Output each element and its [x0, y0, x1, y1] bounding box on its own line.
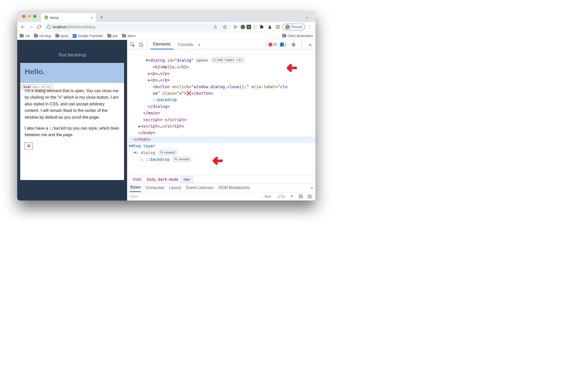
folder-icon	[34, 34, 38, 38]
extension-icon[interactable]: n	[247, 25, 251, 29]
filter-input[interactable]: Filter	[130, 193, 175, 200]
crumb-item[interactable]: nav	[181, 176, 193, 183]
tab-title: dialog	[50, 16, 59, 20]
tab-event-listeners[interactable]: Event Listeners	[186, 186, 213, 190]
reload-button[interactable]	[36, 24, 42, 30]
tab-dom-breakpoints[interactable]: DOM Breakpoints	[219, 186, 250, 190]
back-button[interactable]	[20, 24, 26, 30]
hov-button[interactable]: :hov	[262, 194, 273, 199]
folder-icon	[107, 34, 111, 38]
dialog-paragraph: I also have a ::backdrop you can style, …	[25, 125, 119, 138]
dialog-close-button[interactable]: ✕	[25, 142, 33, 150]
bookmark-folder[interactable]: cdt	[20, 34, 29, 38]
browser-window: dialog × + localhost:8080/demo/dialog n	[17, 11, 315, 200]
forward-button[interactable]	[28, 24, 34, 30]
bookmark-folder[interactable]: prd	[107, 34, 117, 38]
dialog-element: Hello. html399 × 147.59 I'm a dialog ele…	[20, 62, 124, 180]
svg-point-5	[234, 28, 235, 28]
kebab-menu-icon[interactable]: ⋮	[298, 42, 305, 48]
cls-button[interactable]: .cls	[275, 194, 286, 199]
error-count-badge[interactable]: ✕25 1	[267, 42, 288, 47]
toggle-pane-icon[interactable]	[306, 193, 313, 200]
overflow-menu-icon[interactable]: ⋮	[306, 24, 313, 30]
svg-rect-11	[141, 44, 143, 46]
bookmark-folder[interactable]: demo	[122, 34, 136, 38]
svg-point-6	[236, 26, 237, 27]
svg-rect-7	[276, 26, 280, 28]
bookmark-folder[interactable]: cdt blog	[34, 34, 51, 38]
annotation-arrow	[210, 156, 223, 165]
browser-tab[interactable]: dialog ×	[41, 13, 96, 22]
bookmark-star-icon[interactable]	[222, 24, 228, 30]
issues-icon	[280, 43, 284, 46]
other-bookmarks[interactable]: Other Bookmarks	[282, 34, 313, 38]
settings-gear-icon[interactable]	[290, 42, 296, 48]
annotation-arrow	[284, 64, 297, 72]
folder-icon	[55, 34, 59, 38]
extension-icon[interactable]	[233, 24, 239, 30]
tab-list-button[interactable]	[303, 15, 310, 21]
crumb-item[interactable]: body.dark-mode	[144, 176, 181, 183]
tab-computed[interactable]: Computed	[146, 186, 164, 190]
folder-icon	[282, 34, 286, 38]
folder-icon	[122, 34, 126, 38]
info-icon	[47, 25, 51, 29]
bookmark-folder[interactable]: goog	[55, 34, 68, 38]
profile-paused-badge[interactable]: Paused	[283, 24, 305, 30]
tab-elements[interactable]: Elements	[150, 40, 173, 50]
extension-icon[interactable]	[253, 25, 257, 29]
close-tab-button[interactable]: ×	[91, 16, 93, 20]
test-backdrop-button[interactable]: Test backdrop	[53, 50, 92, 60]
close-devtools-icon[interactable]: ✕	[307, 42, 313, 48]
tab-console[interactable]: Console	[175, 40, 196, 49]
tab-styles[interactable]: Styles	[130, 183, 141, 192]
inspect-element-icon[interactable]	[129, 42, 136, 48]
translate-icon	[73, 34, 77, 38]
labs-icon[interactable]	[267, 24, 273, 30]
dom-tree[interactable]: ▼<dialog id="dialog" open> top-layer (1)…	[127, 50, 315, 176]
bookmark-item[interactable]: Google Translate	[73, 34, 103, 38]
devtools-tabbar: Elements Console » ✕25 1 ⋮ ✕	[127, 40, 315, 50]
tab-strip: dialog × +	[17, 11, 315, 22]
svg-point-4	[234, 25, 235, 26]
more-tabs-icon[interactable]: »	[311, 186, 313, 190]
svg-marker-3	[223, 25, 226, 28]
dialog-paragraph: I'm a dialog element that is open. You c…	[25, 88, 119, 120]
crumb-item[interactable]: html	[130, 176, 144, 183]
maximize-window-button[interactable]	[33, 15, 36, 18]
reveal-badge[interactable]: reveal	[172, 156, 192, 162]
new-tab-button[interactable]: +	[98, 14, 105, 21]
breadcrumb[interactable]: html body.dark-mode nav	[127, 176, 315, 183]
extension-icon[interactable]	[241, 25, 245, 29]
reveal-badge[interactable]: reveal	[158, 150, 178, 155]
device-toggle-icon[interactable]	[138, 42, 144, 48]
paused-label: Paused	[291, 25, 302, 29]
error-icon: ✕	[269, 43, 272, 46]
minimize-window-button[interactable]	[28, 15, 31, 18]
svg-rect-15	[308, 195, 311, 198]
share-icon[interactable]	[212, 24, 219, 30]
address-bar[interactable]: localhost:8080/demo/dialog	[44, 23, 231, 31]
window-controls	[22, 15, 36, 18]
side-panel-icon[interactable]	[275, 24, 281, 30]
styles-tabbar: Styles Computed Layout Event Listeners D…	[127, 183, 315, 192]
devtools-panel: Elements Console » ✕25 1 ⋮ ✕ ▼<dialog id…	[127, 40, 315, 200]
rendered-page: Test backdrop Hello. html399 × 147.59 I'…	[17, 40, 127, 200]
inspect-tooltip: html399 × 147.59	[21, 84, 52, 90]
dialog-heading: Hello.	[25, 68, 119, 76]
save-icon[interactable]	[297, 193, 304, 200]
new-style-rule-icon[interactable]: +	[289, 193, 295, 200]
more-tabs-icon[interactable]: »	[198, 42, 200, 47]
top-layer-badge[interactable]: top-layer (1)	[211, 57, 245, 63]
extensions-puzzle-icon[interactable]	[259, 24, 265, 30]
content-area: Test backdrop Hello. html399 × 147.59 I'…	[17, 40, 315, 200]
bookmarks-bar: cdt cdt blog goog Google Translate prd d…	[17, 32, 315, 40]
favicon	[44, 16, 48, 20]
url-text: localhost:8080/demo/dialog	[53, 25, 95, 29]
close-window-button[interactable]	[22, 15, 25, 18]
folder-icon	[20, 34, 24, 38]
tab-layout[interactable]: Layout	[169, 186, 181, 190]
toolbar: localhost:8080/demo/dialog n Paused ⋮	[17, 22, 315, 32]
avatar	[285, 25, 290, 29]
styles-filter-bar: Filter :hov .cls +	[127, 192, 315, 200]
